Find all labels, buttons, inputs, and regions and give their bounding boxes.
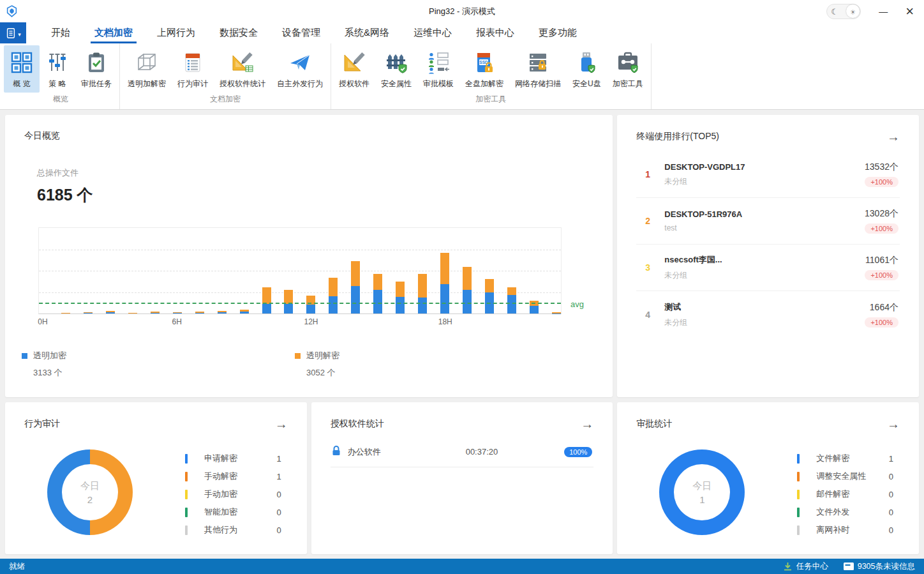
- window-title: Ping32 - 演示模式: [429, 6, 495, 17]
- legend-label: 其他行为: [204, 524, 237, 536]
- bar-14H: [351, 228, 360, 313]
- ranking-row[interactable]: 4测试未分组1664个+100%: [636, 291, 900, 338]
- bar-10H: [262, 228, 271, 313]
- arrow-right-icon[interactable]: [275, 418, 288, 430]
- ribbon-button-授权软件[interactable]: 授权软件: [333, 45, 375, 93]
- encrypt-segment: [440, 284, 449, 313]
- ribbon-button-授权软件统计[interactable]: 授权软件统计: [214, 45, 271, 93]
- legend-label: 离网补时: [816, 524, 849, 536]
- tab-运维中心[interactable]: 运维中心: [401, 22, 464, 43]
- hourly-bar-plot: avg: [38, 227, 562, 314]
- terminal-name: DESKTOP-51R976A: [664, 209, 865, 219]
- delta-badge: +100%: [865, 223, 898, 234]
- ribbon-button-label: 透明加解密: [128, 79, 166, 89]
- ribbon-button-安全U盘[interactable]: 安全U盘: [567, 45, 607, 93]
- ribbon-group-buttons: 概 览策 略审批任务: [4, 43, 117, 93]
- approval-task-icon: [84, 50, 108, 75]
- legend-value: 0: [276, 490, 285, 499]
- overview-grid-icon: [10, 50, 34, 75]
- ribbon-button-网络存储扫描[interactable]: 网络存储扫描: [509, 45, 567, 93]
- ribbon-button-行为审计[interactable]: 行为审计: [172, 45, 214, 93]
- donut-center-value: 1: [699, 494, 704, 505]
- ranking-row[interactable]: 1DESKTOP-VGDPL17未分组13532个+100%: [636, 151, 900, 198]
- tab-上网行为[interactable]: 上网行为: [145, 22, 207, 43]
- ribbon-button-全盘加解密[interactable]: SSD全盘加解密: [459, 45, 509, 93]
- security-attribute-icon: [384, 50, 408, 75]
- encrypt-segment: [240, 312, 249, 313]
- encrypt-segment: [396, 297, 405, 313]
- ribbon-button-策略[interactable]: 策 略: [40, 45, 75, 93]
- moon-icon[interactable]: [828, 6, 842, 17]
- sun-icon[interactable]: [846, 4, 860, 18]
- rank-stats: 11061个+100%: [865, 255, 898, 280]
- full-disk-crypt-icon: SSD: [472, 50, 496, 75]
- software-row[interactable]: 办公软件00:37:20100%: [331, 437, 594, 467]
- legend-row-智能加密: 智能加密0: [185, 503, 285, 521]
- software-percent-badge: 100%: [564, 447, 592, 457]
- theme-toggle[interactable]: [826, 4, 861, 19]
- today-overview-card: 今日概览 总操作文件 6185 个 avg 0H6H12H18H 透明加密: [5, 115, 613, 397]
- unread-messages-button[interactable]: 9305条未读信息: [844, 561, 915, 572]
- card-title: 终端使用排行(TOP5): [636, 131, 719, 142]
- bar-6H: [173, 228, 182, 313]
- arrow-right-icon[interactable]: [887, 130, 900, 143]
- software-duration: 00:37:20: [466, 447, 565, 457]
- bar-21H: [507, 228, 516, 313]
- tab-更多功能[interactable]: 更多功能: [526, 22, 589, 43]
- legend-value: 3133 个: [33, 367, 295, 379]
- app-menu-icon: [5, 27, 17, 40]
- network-storage-scan-icon: [526, 50, 550, 75]
- approval-template-icon: [426, 50, 451, 75]
- minimize-button[interactable]: [879, 6, 888, 17]
- close-button[interactable]: [905, 5, 914, 18]
- task-center-button[interactable]: 任务中心: [783, 561, 828, 572]
- authorized-software-stats-icon: [230, 50, 255, 75]
- legend-value: 0: [276, 525, 285, 535]
- legend-row-手动解密: 手动解密1: [185, 467, 285, 485]
- donut-center-label: 今日: [692, 480, 712, 492]
- ribbon-button-概览[interactable]: 概 览: [4, 45, 40, 93]
- arrow-right-icon[interactable]: [887, 418, 900, 430]
- tab-系统&网络[interactable]: 系统&网络: [332, 22, 401, 43]
- tab-设备管理[interactable]: 设备管理: [270, 22, 332, 43]
- legend-swatch: [797, 508, 800, 517]
- ribbon-button-审批任务[interactable]: 审批任务: [75, 45, 117, 93]
- legend-value: 0: [889, 525, 897, 535]
- menu-bar: 开始文档加密上网行为数据安全设备管理系统&网络运维中心报表中心更多功能: [0, 22, 924, 43]
- encrypt-segment: [262, 304, 271, 313]
- legend-swatch: [185, 490, 188, 499]
- ranking-row[interactable]: 3nsecsoft李国...未分组11061个+100%: [636, 245, 900, 291]
- ribbon-button-label: 网络存储扫描: [515, 79, 561, 89]
- bar-2H: [84, 228, 93, 313]
- tab-文档加密[interactable]: 文档加密: [82, 22, 145, 43]
- app-menu-button[interactable]: [0, 22, 26, 43]
- ribbon-button-透明加解密[interactable]: 透明加解密: [122, 45, 172, 93]
- arrow-right-icon[interactable]: [581, 418, 593, 430]
- rank-number: 3: [645, 262, 664, 273]
- tab-开始[interactable]: 开始: [39, 22, 82, 43]
- ribbon-button-审批模板[interactable]: 审批模板: [417, 45, 459, 93]
- bar-7H: [195, 228, 204, 313]
- lock-icon: [332, 445, 341, 458]
- behavior-audit-card: 行为审计 今日 2 申请解密1手动解密1手动加密0智能加密0其他行为0: [5, 402, 307, 554]
- ranking-row[interactable]: 2DESKTOP-51R976Atest13028个+100%: [636, 198, 900, 245]
- ribbon-button-安全属性[interactable]: 安全属性: [375, 45, 417, 93]
- rank-stats: 13532个+100%: [865, 162, 898, 187]
- legend-label: 智能加密: [204, 506, 237, 518]
- ribbon-button-自主外发行为[interactable]: 自主外发行为: [271, 45, 329, 93]
- tab-报表中心[interactable]: 报表中心: [464, 22, 526, 43]
- ribbon-button-加密工具[interactable]: 加密工具: [607, 45, 649, 93]
- ribbon-group-概览: 概 览策 略审批任务概览: [2, 43, 120, 109]
- x-tick-6H: 6H: [172, 317, 182, 326]
- bar-5H: [151, 228, 160, 313]
- bar-18H: [440, 228, 449, 313]
- encrypt-segment: [373, 290, 382, 313]
- task-center-label: 任务中心: [796, 561, 828, 572]
- bar-16H: [396, 228, 405, 313]
- decrypt-segment: [128, 313, 137, 313]
- terminal-count: 1664个: [865, 302, 898, 313]
- tab-数据安全[interactable]: 数据安全: [207, 22, 270, 43]
- ribbon-button-label: 授权软件: [339, 79, 369, 89]
- ribbon-group-文档加密: 透明加解密行为审计授权软件统计自主外发行为文档加密: [120, 43, 331, 109]
- software-rows: 办公软件00:37:20100%: [331, 437, 594, 467]
